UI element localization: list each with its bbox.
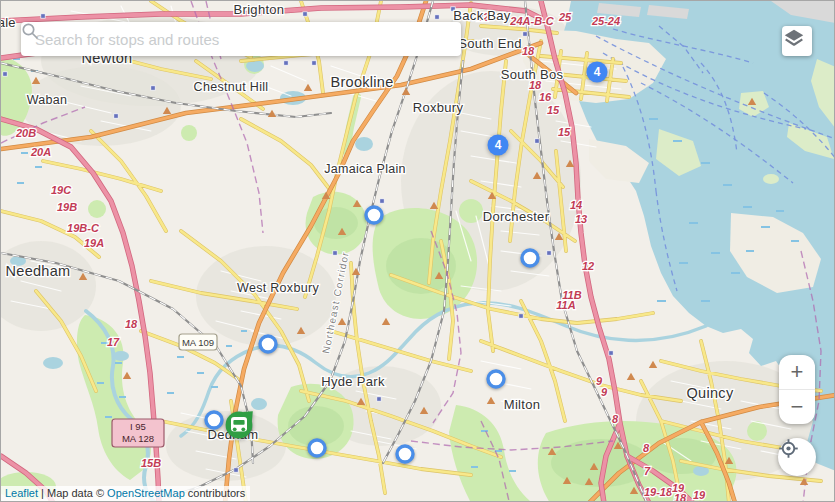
search-icon xyxy=(21,22,39,40)
search-bar[interactable] xyxy=(21,22,461,56)
zoom-out-button[interactable]: − xyxy=(779,389,815,424)
exit-number-label: 24A-B-C xyxy=(509,15,554,27)
transit-station-square xyxy=(234,468,238,472)
place-label: Needham xyxy=(6,263,71,279)
layers-icon xyxy=(782,26,806,50)
transit-station-square xyxy=(284,61,288,65)
transit-station-square xyxy=(303,12,307,16)
transit-station-square xyxy=(333,251,337,255)
stop-marker[interactable] xyxy=(522,250,538,266)
exit-number-label: 19A xyxy=(84,237,104,249)
svg-text:MA 128: MA 128 xyxy=(122,433,154,444)
place-label: Brookline xyxy=(330,74,393,90)
place-label: Brighton xyxy=(234,2,285,17)
stop-cluster-marker[interactable]: 4 xyxy=(587,62,608,83)
stop-marker[interactable] xyxy=(488,371,504,387)
exit-number-label: 15 xyxy=(547,104,560,116)
place-label: South End xyxy=(458,36,521,51)
place-label: Hyde Park xyxy=(321,374,385,389)
exit-number-label: 15 xyxy=(558,126,571,138)
layers-button[interactable] xyxy=(782,26,812,56)
exit-number-label: 18 xyxy=(125,318,138,330)
transit-station-square xyxy=(3,72,7,76)
exit-number-label: 20A xyxy=(30,146,51,158)
stop-cluster-marker[interactable]: 4 xyxy=(488,135,509,156)
transit-station-square xyxy=(535,139,539,143)
place-label: South Bos xyxy=(501,67,564,82)
road-shield: I 95MA 128 xyxy=(112,419,164,447)
exit-number-label: 14 xyxy=(570,199,582,211)
exit-number-label: 18 xyxy=(674,492,687,502)
exit-number-label: 18 xyxy=(522,45,535,57)
stop-marker[interactable] xyxy=(206,412,222,428)
transit-station-square xyxy=(377,397,381,401)
exit-number-label: 19 xyxy=(693,489,706,501)
transit-station-square xyxy=(547,251,551,255)
transit-station-square xyxy=(114,114,118,118)
stop-marker[interactable] xyxy=(260,336,276,352)
svg-text:MA 109: MA 109 xyxy=(182,337,214,348)
zoom-in-button[interactable]: + xyxy=(779,355,815,389)
exit-number-label: 20B xyxy=(15,127,36,139)
place-label: Back Bay xyxy=(453,8,511,23)
place-label: Jamaica Plain xyxy=(324,162,406,176)
exit-number-label: 7 xyxy=(644,465,651,477)
locate-icon xyxy=(778,438,799,459)
attribution-suffix: contributors xyxy=(185,487,246,499)
exit-number-label: 15B xyxy=(141,457,161,469)
place-label: Dorchester xyxy=(483,209,550,224)
transit-station-square xyxy=(41,14,45,18)
exit-number-label: 8 xyxy=(643,442,650,454)
transit-station-square xyxy=(519,314,523,318)
place-label: West Roxbury xyxy=(237,281,319,295)
exit-number-label: 19C xyxy=(51,184,72,196)
attribution-text: | Map data © xyxy=(38,487,107,499)
place-label: Waban xyxy=(27,93,68,107)
svg-text:4: 4 xyxy=(594,65,601,79)
locate-button[interactable] xyxy=(778,438,816,476)
exit-number-label: 25-24 xyxy=(591,15,620,27)
place-label: dale xyxy=(1,15,16,30)
exit-number-label: 25 xyxy=(558,11,572,23)
stop-marker[interactable] xyxy=(309,440,325,456)
zoom-control: + − xyxy=(779,355,815,424)
exit-number-label: 19B xyxy=(57,201,77,213)
leaflet-link[interactable]: Leaflet xyxy=(5,487,38,499)
exit-number-label: 19B-C xyxy=(67,222,100,234)
stop-marker[interactable] xyxy=(397,446,413,462)
osm-link[interactable]: OpenStreetMap xyxy=(107,487,185,499)
map-canvas[interactable]: MA 109I 95MA 128 20B20A19C19B19B-C19A181… xyxy=(1,1,835,502)
exit-number-label: 11A xyxy=(556,299,575,311)
svg-text:I 95: I 95 xyxy=(130,421,146,432)
stop-marker[interactable] xyxy=(366,207,382,223)
svg-text:4: 4 xyxy=(495,138,502,152)
transit-station-square xyxy=(151,86,155,90)
road-shield: MA 109 xyxy=(179,334,217,350)
exit-number-label: 8 xyxy=(612,413,619,425)
place-label: Milton xyxy=(504,397,540,412)
transit-station-square xyxy=(312,61,316,65)
exit-number-label: 16 xyxy=(539,91,552,103)
place-label: Chestnut Hill xyxy=(194,80,269,94)
exit-number-label: 19-18 xyxy=(644,486,673,498)
exit-number-label: 9 xyxy=(601,386,608,398)
transit-station-square xyxy=(435,15,439,19)
exit-number-label: 17 xyxy=(107,336,120,348)
exit-number-label: 12 xyxy=(582,260,594,272)
place-label: Roxbury xyxy=(413,100,464,115)
map-root: MA 109I 95MA 128 20B20A19C19B19B-C19A181… xyxy=(0,0,835,502)
exit-number-label: 13 xyxy=(575,213,587,225)
attribution: Leaflet | Map data © OpenStreetMap contr… xyxy=(1,486,250,501)
transit-station-square xyxy=(609,351,613,355)
transit-station-square xyxy=(523,32,527,36)
transit-station-square xyxy=(380,199,384,203)
search-input[interactable] xyxy=(21,31,461,48)
place-label: Quincy xyxy=(687,385,734,401)
